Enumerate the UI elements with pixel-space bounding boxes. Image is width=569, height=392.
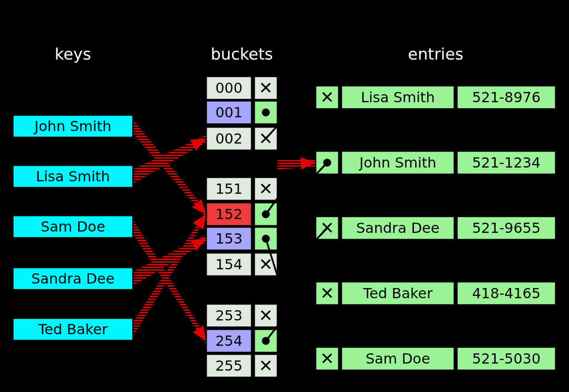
header-entries: entries	[408, 45, 464, 63]
entry-name-label: Lisa Smith	[361, 89, 435, 106]
bucket-index-label: 002	[215, 130, 242, 147]
hash-arrow	[133, 220, 206, 344]
null-icon: ✕	[320, 218, 334, 238]
key-label: Sam Doe	[40, 218, 105, 235]
bucket-index-label: 152	[215, 206, 242, 223]
entry-phone-label: 521-9655	[472, 220, 541, 236]
null-icon: ✕	[259, 78, 273, 98]
entry-name-label: Sam Doe	[365, 350, 430, 367]
arrowhead	[301, 223, 316, 233]
header-keys: keys	[55, 45, 91, 63]
arrowhead	[306, 344, 316, 359]
pointer-dot-icon	[262, 108, 270, 116]
bucket-index-label: 255	[215, 357, 242, 374]
null-icon: ✕	[259, 356, 273, 376]
bucket-index-label: 153	[215, 230, 242, 247]
null-icon: ✕	[259, 306, 273, 325]
entry-phone-label: 521-5030	[472, 350, 541, 367]
null-icon: ✕	[320, 284, 334, 303]
bucket-index-label: 151	[215, 180, 242, 197]
key-label: Ted Baker	[38, 321, 108, 338]
bucket-index-label: 253	[215, 307, 242, 324]
entry-name-label: Sandra Dee	[356, 220, 439, 236]
entry-phone-label: 418-4165	[472, 285, 541, 302]
null-icon: ✕	[320, 349, 334, 368]
arrowhead	[301, 97, 316, 110]
key-label: John Smith	[34, 118, 112, 135]
bucket-index-label: 000	[215, 80, 242, 96]
key-label: Sandra Dee	[31, 270, 114, 287]
entry-phone-label: 521-8976	[472, 89, 541, 106]
entry-name-label: John Smith	[359, 154, 437, 171]
header-buckets: buckets	[211, 45, 273, 63]
entry-name-label: Ted Baker	[363, 285, 433, 302]
bucket-index-label: 154	[215, 256, 242, 273]
bucket-index-label: 254	[215, 332, 242, 349]
key-label: Lisa Smith	[36, 168, 110, 185]
overflow-block	[206, 157, 277, 172]
entry-phone-label: 521-1234	[472, 154, 541, 171]
bucket-index-label: 001	[215, 104, 242, 121]
null-icon: ✕	[320, 88, 334, 107]
null-icon: ✕	[259, 179, 273, 199]
